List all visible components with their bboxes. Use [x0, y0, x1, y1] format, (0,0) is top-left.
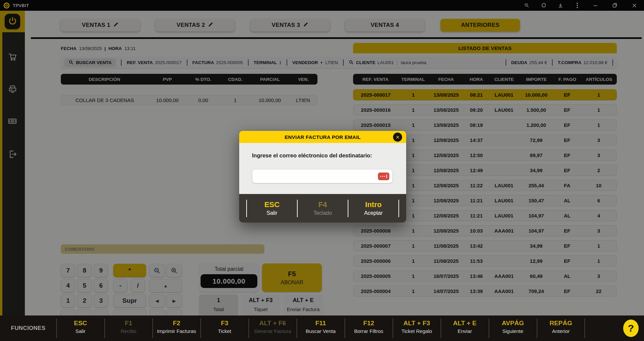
- fn-key-label: ALT + E: [453, 320, 477, 327]
- fn-key-label: F1: [125, 320, 132, 327]
- fn-alt-f6-button: ALT + F6Generar Factura: [249, 315, 297, 341]
- modal-title: ENVIAR FACTURA POR EMAIL: [285, 134, 361, 140]
- modal-footer: ESC Salir F4 Teclado Intro Aceptar: [239, 194, 406, 223]
- modal-intro-button[interactable]: Intro Aceptar: [348, 200, 398, 216]
- fn-action-label: Ticket Regalo: [401, 328, 432, 335]
- modal-close-button[interactable]: ✕: [393, 133, 402, 142]
- minimize-button[interactable]: [586, 0, 605, 11]
- app-logo-power-icon: [4, 3, 9, 8]
- input-clear-icon[interactable]: [378, 173, 389, 180]
- fn-action-label: Borrar Filtros: [354, 328, 383, 335]
- fn-alt-f3-button[interactable]: ALT + F3Ticket Regalo: [393, 315, 441, 341]
- window-titlebar: TPVBIT: [0, 0, 644, 11]
- fn-action-label: Imprimir Facturas: [157, 328, 196, 335]
- close-button[interactable]: [625, 0, 644, 11]
- fn-key-label: ALT + F3: [403, 320, 430, 327]
- download-icon[interactable]: [552, 0, 569, 11]
- fn-key-label: ALT + F6: [259, 320, 286, 327]
- restore-button[interactable]: [605, 0, 625, 11]
- fn-key-label: ESC: [74, 320, 87, 327]
- send-invoice-email-modal: ENVIAR FACTURA POR EMAIL ✕ Ingrese el co…: [239, 131, 406, 223]
- fn-key-label: F12: [363, 320, 374, 327]
- fn-alt-e-button[interactable]: ALT + EEnviar: [441, 315, 489, 341]
- modal-f4-button: F4 Teclado: [298, 200, 348, 216]
- modal-header: ENVIAR FACTURA POR EMAIL ✕: [239, 131, 406, 143]
- fn-avpág-button[interactable]: AVPÁGSiguiente: [489, 315, 537, 341]
- fn-action-label: Enviar: [458, 328, 472, 335]
- fn-key-label: F2: [173, 320, 180, 327]
- modal-body: Ingrese el correo eléctronico del destin…: [239, 143, 406, 194]
- help-button[interactable]: ?: [623, 320, 639, 337]
- fn-action-label: Salir: [75, 328, 85, 335]
- extensions-puzzle-icon[interactable]: [535, 0, 552, 11]
- fn-key-label: AVPÁG: [502, 320, 524, 327]
- email-input[interactable]: [252, 169, 393, 183]
- fn-action-label: Buscar Venta: [306, 328, 336, 335]
- window-title: TPVBIT: [13, 3, 29, 8]
- fn-f11-button[interactable]: F11Buscar Venta: [297, 315, 345, 341]
- tpvbit-app: TPVBIT: [0, 0, 644, 341]
- modal-prompt: Ingrese el correo eléctronico del destin…: [252, 152, 372, 159]
- modal-footer-separator: [398, 200, 399, 217]
- fn-key-label: REPÁG: [550, 320, 572, 327]
- fn-action-label: Ticket: [218, 328, 231, 335]
- function-bar: FUNCIONES ESCSalirF1ReciboF2Imprimir Fac…: [0, 315, 644, 341]
- fn-f1-button: F1Recibo: [104, 315, 153, 341]
- fn-action-label: Generar Factura: [254, 328, 291, 335]
- fn-f2-button[interactable]: F2Imprimir Facturas: [153, 315, 201, 341]
- menu-kebab-icon[interactable]: [569, 0, 586, 11]
- fn-f12-button[interactable]: F12Borrar Filtros: [345, 315, 393, 341]
- zoom-icon[interactable]: [518, 0, 535, 11]
- fn-action-label: Anterior: [552, 328, 570, 335]
- fn-key-label: F11: [315, 320, 326, 327]
- modal-esc-button[interactable]: ESC Salir: [247, 200, 297, 216]
- fn-esc-button[interactable]: ESCSalir: [56, 315, 104, 341]
- fn-f3-button[interactable]: F3Ticket: [201, 315, 249, 341]
- fn-key-label: F3: [221, 320, 228, 327]
- fn-repág-button[interactable]: REPÁGAnterior: [537, 315, 585, 341]
- fn-action-label: Siguiente: [502, 328, 523, 335]
- function-bar-title: FUNCIONES: [0, 315, 56, 341]
- fn-action-label: Recibo: [121, 328, 136, 335]
